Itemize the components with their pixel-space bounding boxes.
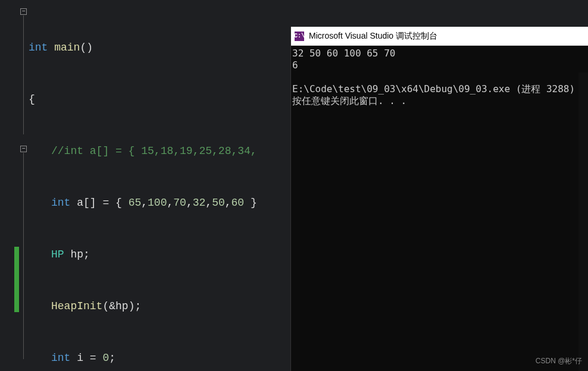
watermark: CSDN @彬*仔 [536, 356, 582, 366]
console-icon: C:\ [295, 32, 304, 41]
keyword: int [29, 42, 48, 54]
output-line: E:\Code\test\09_03\x64\Debug\09_03.exe (… [292, 83, 575, 95]
code-editor[interactable]: − − int main() { //int a[] = { 15,18,19,… [0, 0, 290, 371]
change-indicator [14, 247, 19, 312]
keyword: int [51, 197, 70, 209]
fold-line [23, 153, 24, 359]
brace: { [29, 93, 35, 105]
debug-console-window[interactable]: C:\ Microsoft Visual Studio 调试控制台 32 50 … [290, 27, 588, 371]
console-title: Microsoft Visual Studio 调试控制台 [309, 31, 437, 42]
output-line: 32 50 60 100 65 70 [292, 48, 395, 59]
comment: //int a[] = { 15,18,19,25,28,34, [51, 145, 257, 157]
editor-gutter: − − [0, 0, 26, 371]
function-call: HeapInit [51, 300, 102, 312]
fold-icon[interactable]: − [20, 146, 27, 152]
fold-icon[interactable]: − [20, 8, 27, 15]
function-name: main [54, 42, 80, 54]
type-name: HP [51, 249, 64, 260]
output-line: 6 [292, 59, 298, 71]
output-line: 按任意键关闭此窗口. . . [292, 95, 406, 106]
console-titlebar[interactable]: C:\ Microsoft Visual Studio 调试控制台 [291, 27, 588, 46]
fold-line [23, 15, 24, 134]
keyword: int [51, 352, 70, 364]
code-content[interactable]: int main() { //int a[] = { 15,18,19,25,2… [26, 0, 290, 371]
console-output[interactable]: 32 50 60 100 65 70 6 E:\Code\test\09_03\… [291, 46, 588, 109]
scrollbar-vertical[interactable] [578, 73, 588, 371]
